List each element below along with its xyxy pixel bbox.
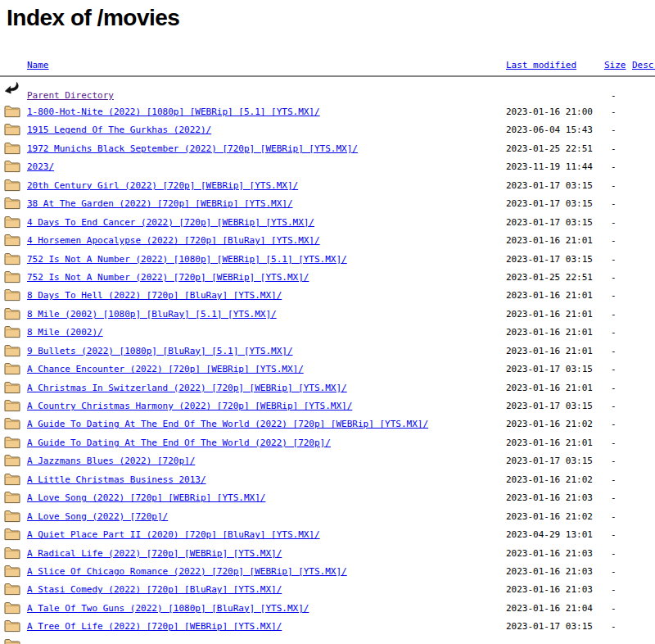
last-modified-value: 2023-01-16 21:04	[506, 603, 593, 615]
directory-link[interactable]: 4 Horsemen Apocalypse (2022) [720p] [Blu…	[27, 235, 320, 247]
column-header-name[interactable]: Name	[27, 60, 49, 71]
folder-icon	[4, 325, 20, 342]
folder-icon	[4, 160, 20, 176]
column-header-description[interactable]: Description	[632, 60, 655, 71]
table-row: 1972 Munichs Black September (2022) [720…	[0, 140, 655, 158]
table-row: 20th Century Girl (2022) [720p] [WEBRip]…	[0, 177, 655, 195]
directory-link[interactable]: A Tale Of Two Guns (2022) [1080p] [BluRa…	[27, 603, 309, 615]
table-row: A Jazzmans Blues (2022) [720p]/ 2023-01-…	[0, 452, 655, 470]
folder-icon	[4, 344, 20, 361]
column-header-last-modified[interactable]: Last modified	[506, 60, 576, 71]
directory-link[interactable]: A Jazzmans Blues (2022) [720p]/	[27, 456, 195, 467]
size-value: -	[611, 364, 617, 375]
folder-icon	[4, 234, 20, 250]
last-modified-value: 2023-01-25 22:51	[506, 143, 593, 155]
size-value: -	[611, 529, 617, 541]
parent-directory-row: Parent Directory -	[0, 87, 655, 105]
directory-index-page: Index of /movies Name Last modified Size…	[0, 0, 655, 644]
file-rows: 1-800-Hot-Nite (2022) [1080p] [WEBRip] […	[0, 103, 655, 644]
directory-link[interactable]: 8 Days To Hell (2022) [720p] [BluRay] [Y…	[27, 290, 282, 302]
size-value: -	[611, 438, 617, 449]
last-modified-value: 2023-01-17 03:15	[506, 364, 593, 375]
directory-link[interactable]: A Stasi Comedy (2022) [720p] [BluRay] [Y…	[27, 584, 282, 596]
table-row: A Little Christmas Business 2013/ 2023-0…	[0, 471, 655, 489]
directory-link[interactable]: 4 Days To End Cancer (2022) [720p] [WEBR…	[27, 217, 314, 229]
last-modified-value: 2023-01-16 21:01	[506, 346, 593, 357]
page-title: Index of /movies	[7, 5, 179, 31]
directory-link[interactable]: 9 Bullets (2022) [1080p] [BluRay] [5.1] …	[27, 346, 293, 357]
directory-link[interactable]: A Love Song (2022) [720p]/	[27, 511, 168, 523]
table-row: 752 Is Not A Number (2022) [720p] [WEBRi…	[0, 269, 655, 287]
size-value: -	[611, 217, 617, 229]
table-row: A Slice Of Chicago Romance (2022) [720p]…	[0, 563, 655, 581]
size-value: -	[611, 161, 617, 173]
last-modified-value: 2023-01-16 21:01	[506, 290, 593, 302]
table-row: A Quiet Place Part II (2020) [720p] [Blu…	[0, 526, 655, 544]
folder-icon	[4, 619, 20, 636]
table-row: 2023/ 2023-11-19 11:44 -	[0, 158, 655, 176]
last-modified-value: 2023-01-16 21:01	[506, 438, 593, 449]
table-row: 38 At The Garden (2022) [720p] [WEBRip] …	[0, 195, 655, 213]
directory-link[interactable]: A Guide To Dating At The End Of The Worl…	[27, 419, 428, 430]
folder-icon	[4, 528, 20, 544]
size-value: -	[611, 474, 617, 486]
directory-link[interactable]: A Radical Life (2022) [720p] [WEBRip] [Y…	[27, 548, 282, 560]
table-row: A Guide To Dating At The End Of The Worl…	[0, 415, 655, 433]
size-value: -	[611, 566, 617, 578]
directory-link[interactable]: A Slice Of Chicago Romance (2022) [720p]…	[27, 566, 347, 578]
size-value: -	[611, 621, 617, 633]
directory-link[interactable]: 1972 Munichs Black September (2022) [720…	[27, 143, 358, 155]
directory-link[interactable]: 752 Is Not A Number (2022) [1080p] [WEBR…	[27, 254, 347, 265]
size-value: -	[611, 143, 617, 155]
last-modified-value: 2023-01-16 21:02	[506, 511, 593, 523]
size-value: -	[611, 125, 617, 136]
table-row: 9 Bullets (2022) [1080p] [BluRay] [5.1] …	[0, 342, 655, 361]
folder-icon	[4, 179, 20, 195]
table-row: 8 Days To Hell (2022) [720p] [BluRay] [Y…	[0, 287, 655, 305]
folder-icon	[4, 565, 20, 581]
table-row: 1915 Legend Of The Gurkhas (2022)/ 2023-…	[0, 121, 655, 139]
directory-link[interactable]: A Chance Encounter (2022) [720p] [WEBRip…	[27, 364, 304, 375]
size-value: -	[611, 603, 617, 615]
directory-link[interactable]: A Little Christmas Business 2013/	[27, 474, 206, 486]
last-modified-value: 2023-01-16 21:03	[506, 548, 593, 560]
header-divider	[0, 75, 655, 77]
directory-link[interactable]: A Love Song (2022) [720p] [WEBRip] [YTS.…	[27, 492, 265, 504]
directory-link[interactable]: A Christmas In Switzerland (2022) [720p]…	[27, 383, 347, 394]
folder-icon	[4, 510, 20, 526]
directory-link[interactable]: 1-800-Hot-Nite (2022) [1080p] [WEBRip] […	[27, 107, 320, 118]
directory-link[interactable]: 752 Is Not A Number (2022) [720p] [WEBRi…	[27, 272, 309, 283]
size-value: -	[611, 107, 617, 118]
directory-link[interactable]: 2023/	[27, 161, 54, 173]
last-modified-value: 2023-06-04 15:43	[506, 125, 593, 136]
size-value: -	[611, 309, 617, 320]
folder-icon	[4, 381, 20, 397]
size-value: -	[611, 198, 617, 210]
directory-link[interactable]: 8 Mile (2002) [1080p] [BluRay] [5.1] [YT…	[27, 309, 277, 320]
table-row: 4 Horsemen Apocalypse (2022) [720p] [Blu…	[0, 232, 655, 250]
table-row: 8 Mile (2002) [1080p] [BluRay] [5.1] [YT…	[0, 306, 655, 324]
table-row: A Stasi Comedy (2022) [720p] [BluRay] [Y…	[0, 581, 655, 599]
directory-link[interactable]: A Tree Of Life (2022) [720p] [WEBRip] [Y…	[27, 621, 282, 633]
directory-link[interactable]: A Guide To Dating At The End Of The Worl…	[27, 438, 331, 449]
table-row: A Christmas In Switzerland (2022) [720p]…	[0, 379, 655, 397]
folder-icon	[4, 288, 20, 305]
directory-link[interactable]: 1915 Legend Of The Gurkhas (2022)/	[27, 125, 211, 136]
size-value: -	[611, 180, 617, 192]
last-modified-value: 2023-01-17 03:15	[506, 198, 593, 210]
folder-icon	[4, 601, 20, 618]
parent-directory-link[interactable]: Parent Directory	[27, 90, 114, 102]
folder-icon	[4, 473, 20, 489]
table-row: 8 Mile (2002)/ 2023-01-16 21:01 -	[0, 324, 655, 342]
directory-link[interactable]: 8 Mile (2002)/	[27, 327, 103, 338]
directory-link[interactable]: A Country Christmas Harmony (2022) [720p…	[27, 401, 352, 412]
directory-link[interactable]: 20th Century Girl (2022) [720p] [WEBRip]…	[27, 180, 298, 192]
directory-link[interactable]: 38 At The Garden (2022) [720p] [WEBRip] …	[27, 198, 293, 210]
table-row: 752 Is Not A Number (2022) [1080p] [WEBR…	[0, 251, 655, 269]
column-header-size[interactable]: Size	[604, 60, 626, 71]
last-modified-value: 2023-01-16 21:02	[506, 474, 593, 486]
folder-icon	[4, 215, 20, 232]
table-row: A Love Song (2022) [720p]/ 2023-01-16 21…	[0, 508, 655, 526]
directory-link[interactable]: A Quiet Place Part II (2020) [720p] [Blu…	[27, 529, 320, 541]
table-row: A Radical Life (2022) [720p] [WEBRip] [Y…	[0, 545, 655, 563]
